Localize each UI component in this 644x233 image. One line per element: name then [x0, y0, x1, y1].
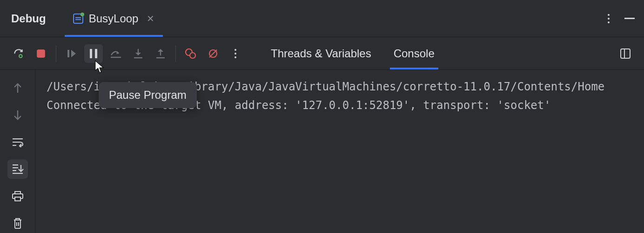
step-out-button[interactable] — [151, 44, 170, 63]
minimize-icon[interactable] — [624, 18, 635, 19]
tab-label: BusyLoop — [89, 12, 139, 25]
rerun-button[interactable] — [9, 44, 28, 63]
more-debug-options[interactable] — [226, 44, 245, 63]
panel-title: Debug — [11, 12, 46, 25]
toolbar-divider — [56, 45, 56, 62]
soft-wrap-button[interactable] — [7, 132, 28, 152]
svg-point-1 — [20, 55, 21, 57]
step-into-button[interactable] — [129, 44, 148, 63]
run-config-icon — [73, 14, 83, 24]
layout-settings-button[interactable] — [616, 44, 635, 63]
close-icon[interactable]: ✕ — [147, 13, 154, 24]
stop-button[interactable] — [32, 44, 50, 63]
scroll-to-end-button[interactable] — [7, 159, 28, 179]
console-sidebar — [0, 70, 35, 233]
scroll-down-button[interactable] — [7, 105, 28, 125]
tab-busyloop[interactable]: BusyLoop ✕ — [65, 0, 163, 37]
clear-all-button[interactable] — [7, 213, 28, 233]
more-options-icon[interactable] — [604, 10, 613, 27]
header-actions — [604, 10, 635, 27]
step-over-button[interactable] — [107, 44, 125, 63]
content-area: /Users/igor kulakov/Library/Java/JavaVir… — [0, 70, 644, 233]
tab-console[interactable]: Console — [382, 37, 446, 69]
scroll-up-button[interactable] — [7, 78, 28, 98]
pause-button[interactable] — [84, 44, 103, 63]
debug-toolbar: Threads & Variables Console — [0, 37, 644, 70]
debug-view-tabs: Threads & Variables Console — [260, 37, 446, 69]
svg-rect-15 — [621, 49, 630, 58]
svg-point-12 — [190, 53, 195, 58]
print-button[interactable] — [7, 186, 28, 206]
header-bar: Debug BusyLoop ✕ — [0, 0, 644, 37]
svg-rect-28 — [15, 197, 20, 201]
tooltip: Pause Program — [99, 82, 197, 108]
tab-threads-variables[interactable]: Threads & Variables — [260, 37, 382, 69]
svg-rect-2 — [37, 49, 45, 58]
svg-rect-5 — [95, 49, 97, 58]
mute-breakpoints-button[interactable] — [204, 44, 222, 63]
view-breakpoints-button[interactable] — [181, 44, 200, 63]
resume-button[interactable] — [62, 44, 80, 63]
svg-rect-4 — [90, 49, 92, 58]
svg-rect-3 — [67, 50, 69, 57]
toolbar-divider — [175, 45, 176, 62]
